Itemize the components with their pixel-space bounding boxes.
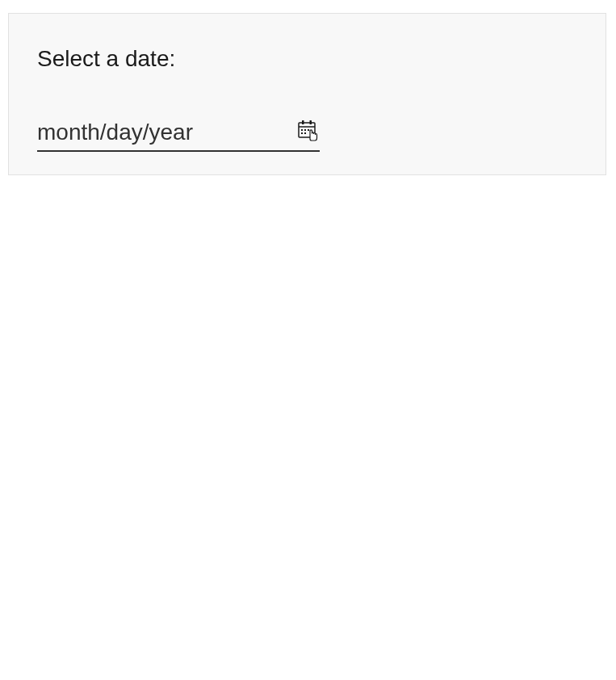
svg-rect-5 <box>304 129 306 131</box>
svg-rect-3 <box>310 120 312 124</box>
calendar-icon[interactable] <box>297 119 320 141</box>
svg-rect-2 <box>302 120 304 124</box>
svg-rect-4 <box>301 129 303 131</box>
date-label: Select a date: <box>37 46 175 72</box>
svg-rect-6 <box>308 129 309 131</box>
date-placeholder-text: month/day/year <box>37 120 193 145</box>
svg-rect-8 <box>304 132 306 134</box>
date-picker-panel: Select a date: month/day/year <box>8 13 606 175</box>
svg-rect-7 <box>301 132 303 134</box>
date-input-field[interactable]: month/day/year <box>37 115 320 152</box>
